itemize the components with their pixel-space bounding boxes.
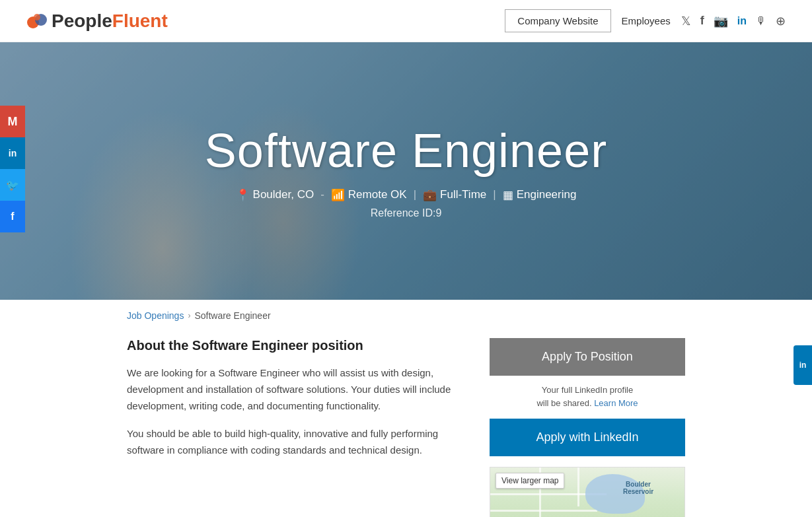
hero-job-type: 💼 Full-Time bbox=[423, 188, 486, 202]
department-icon: ▦ bbox=[503, 188, 513, 202]
linkedin-learn-more-link[interactable]: Learn More bbox=[594, 398, 638, 408]
share-twitter-button[interactable]: 🐦 bbox=[0, 169, 25, 201]
left-social-bar: M in 🐦 f bbox=[0, 106, 25, 232]
gmail-icon: M bbox=[8, 115, 18, 129]
instagram-icon[interactable]: 📷 bbox=[714, 14, 728, 28]
job-title: Software Engineer bbox=[205, 123, 607, 178]
breadcrumb-current-page: Software Engineer bbox=[194, 310, 270, 321]
hero-location: 📍 Boulder, CO bbox=[236, 188, 314, 202]
header: PeopleFluent Company Website Employees 𝕏… bbox=[0, 0, 812, 42]
share-facebook-button[interactable]: f bbox=[0, 201, 25, 232]
breadcrumb-separator: › bbox=[188, 311, 190, 320]
logo-people-text: People bbox=[52, 11, 112, 31]
logo-fluent-text: Fluent bbox=[112, 11, 168, 31]
facebook-icon[interactable]: f bbox=[700, 14, 704, 28]
hero-remote: 📶 Remote OK bbox=[331, 188, 407, 202]
content-left: About the Software Engineer position We … bbox=[127, 338, 463, 471]
hero-meta: 📍 Boulder, CO - 📶 Remote OK | 💼 Full-Tim… bbox=[205, 188, 607, 202]
header-right: Company Website Employees 𝕏 f 📷 in 🎙 ⊕ bbox=[505, 9, 786, 32]
main-content: About the Software Engineer position We … bbox=[0, 331, 812, 517]
rss-icon[interactable]: ⊕ bbox=[776, 14, 786, 28]
apply-to-position-button[interactable]: Apply To Position bbox=[490, 338, 685, 376]
hero-section: Software Engineer 📍 Boulder, CO - 📶 Remo… bbox=[0, 42, 812, 300]
breadcrumb: Job Openings › Software Engineer bbox=[0, 300, 812, 331]
share-gmail-button[interactable]: M bbox=[0, 106, 25, 137]
linkedin-icon[interactable]: in bbox=[737, 15, 747, 27]
company-website-button[interactable]: Company Website bbox=[505, 9, 610, 32]
content-paragraph-1: We are looking for a Software Engineer w… bbox=[127, 365, 463, 414]
twitter-icon[interactable]: 𝕏 bbox=[681, 14, 691, 28]
svg-point-2 bbox=[34, 14, 40, 20]
twitter-share-icon: 🐦 bbox=[6, 179, 19, 191]
right-edge-linkedin-panel[interactable]: in bbox=[794, 345, 812, 385]
wifi-icon: 📶 bbox=[331, 188, 345, 202]
briefcase-icon: 💼 bbox=[423, 188, 437, 202]
map-reservoir-label: Boulder Reservoir bbox=[612, 481, 665, 495]
content-paragraph-2: You should be able to build high-quality… bbox=[127, 426, 463, 459]
header-social-icons: 𝕏 f 📷 in 🎙 ⊕ bbox=[681, 14, 786, 28]
location-pin-icon: 📍 bbox=[236, 188, 250, 202]
map-view-larger-button[interactable]: View larger map bbox=[496, 473, 564, 489]
hero-content: Software Engineer 📍 Boulder, CO - 📶 Remo… bbox=[205, 123, 607, 219]
apply-with-linkedin-button[interactable]: Apply with LinkedIn bbox=[490, 419, 685, 456]
hero-reference-id: Reference ID:9 bbox=[205, 207, 607, 219]
employees-link[interactable]: Employees bbox=[622, 15, 671, 26]
breadcrumb-job-openings-link[interactable]: Job Openings bbox=[127, 310, 184, 321]
logo-icon bbox=[26, 13, 48, 29]
share-linkedin-button[interactable]: in bbox=[0, 137, 25, 169]
linkedin-note: Your full LinkedIn profile will be share… bbox=[490, 384, 685, 409]
facebook-share-icon: f bbox=[11, 211, 14, 223]
map-container: Boulder Reservoir View larger map bbox=[490, 467, 685, 517]
logo[interactable]: PeopleFluent bbox=[26, 11, 168, 32]
right-edge-icon: in bbox=[799, 361, 807, 370]
hero-department: ▦ Engineering bbox=[503, 188, 577, 202]
sidebar: Apply To Position Your full LinkedIn pro… bbox=[490, 338, 685, 517]
about-section-title: About the Software Engineer position bbox=[127, 338, 463, 353]
linkedin-share-icon: in bbox=[9, 148, 17, 158]
podcast-icon[interactable]: 🎙 bbox=[756, 15, 766, 27]
